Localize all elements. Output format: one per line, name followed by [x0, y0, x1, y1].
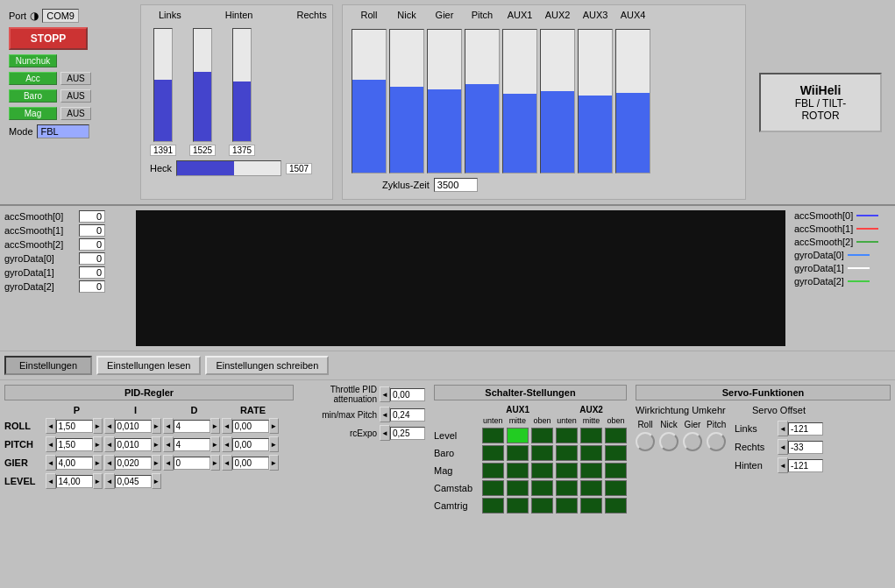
- links-slider-track[interactable]: [153, 28, 173, 142]
- servo-hinten-input[interactable]: [788, 459, 823, 472]
- servo-links-input[interactable]: [788, 422, 823, 436]
- bar-aux3-track[interactable]: [578, 29, 613, 174]
- pid-roll-i-input[interactable]: [115, 420, 152, 433]
- level-cell-3[interactable]: [556, 428, 578, 443]
- pid-roll-p-up[interactable]: ►: [93, 418, 103, 434]
- camstab-cell-0[interactable]: [482, 480, 504, 496]
- pid-gier-d-input[interactable]: [174, 457, 210, 470]
- pid-pitch-i-up[interactable]: ►: [152, 436, 162, 452]
- pid-roll-rate-down[interactable]: ◄: [222, 418, 232, 434]
- pid-gier-d-up[interactable]: ►: [210, 455, 221, 471]
- pid-pitch-i-down[interactable]: ◄: [104, 436, 115, 452]
- baro-cell-1[interactable]: [507, 445, 529, 461]
- pid-gier-i-input[interactable]: [115, 457, 152, 470]
- stop-button[interactable]: STOPP: [9, 27, 88, 50]
- pid-pitch-p-input[interactable]: [56, 438, 93, 451]
- zyklus-input[interactable]: [434, 178, 478, 192]
- pid-gier-i-down[interactable]: ◄: [104, 455, 115, 471]
- pid-gier-p-up[interactable]: ►: [93, 455, 103, 471]
- camtrig-cell-2[interactable]: [531, 498, 553, 514]
- level-cell-5[interactable]: [605, 428, 627, 443]
- pid-level-p-up[interactable]: ►: [93, 473, 103, 489]
- throttle-pid-down[interactable]: ◄: [380, 386, 390, 402]
- einstellungen-schreiben-button[interactable]: Einstellungen schreiben: [205, 356, 329, 375]
- rcexpo-down[interactable]: ◄: [380, 425, 390, 441]
- bar-aux2-track[interactable]: [540, 29, 575, 174]
- einstellungen-lesen-button[interactable]: Einstellungen lesen: [96, 356, 201, 375]
- pid-pitch-rate-up[interactable]: ►: [269, 436, 280, 452]
- camtrig-cell-0[interactable]: [482, 498, 504, 514]
- baro-cell-4[interactable]: [580, 445, 602, 461]
- camtrig-cell-1[interactable]: [507, 498, 529, 514]
- pid-roll-rate-input[interactable]: [232, 420, 269, 433]
- pid-pitch-d-input[interactable]: [174, 438, 210, 451]
- pid-level-p-down[interactable]: ◄: [46, 473, 56, 489]
- pid-roll-rate-up[interactable]: ►: [269, 418, 280, 434]
- camstab-cell-3[interactable]: [556, 480, 578, 496]
- pid-level-i-down[interactable]: ◄: [104, 473, 115, 489]
- camtrig-cell-5[interactable]: [605, 498, 627, 514]
- camstab-cell-5[interactable]: [605, 480, 627, 496]
- pid-pitch-i-input[interactable]: [115, 438, 152, 451]
- mag-cell-2[interactable]: [531, 463, 553, 478]
- acc-button[interactable]: Acc: [9, 72, 57, 85]
- baro-cell-3[interactable]: [556, 445, 578, 461]
- bar-nick-track[interactable]: [389, 29, 424, 174]
- pid-gier-rate-up[interactable]: ►: [269, 455, 280, 471]
- camstab-cell-1[interactable]: [507, 480, 529, 496]
- mag-aus-button[interactable]: AUS: [60, 107, 91, 120]
- pid-roll-d-input[interactable]: [174, 420, 210, 433]
- baro-button[interactable]: Baro: [9, 89, 57, 103]
- pid-pitch-d-up[interactable]: ►: [210, 436, 221, 452]
- camtrig-cell-3[interactable]: [556, 498, 578, 514]
- level-cell-4[interactable]: [580, 428, 602, 443]
- mag-cell-4[interactable]: [580, 463, 602, 478]
- acc-aus-button[interactable]: AUS: [60, 72, 91, 85]
- bar-roll-track[interactable]: [352, 29, 387, 174]
- baro-aus-button[interactable]: AUS: [60, 89, 91, 103]
- pid-gier-p-down[interactable]: ◄: [46, 455, 56, 471]
- pid-gier-rate-input[interactable]: [232, 457, 269, 470]
- einstellungen-button[interactable]: Einstellungen: [4, 356, 92, 375]
- heck-slider-track[interactable]: [176, 160, 281, 176]
- level-cell-2[interactable]: [531, 428, 553, 443]
- baro-cell-0[interactable]: [482, 445, 504, 461]
- mag-button[interactable]: Mag: [9, 107, 57, 120]
- mode-input[interactable]: [37, 124, 89, 138]
- rechts-slider-track[interactable]: [232, 28, 252, 142]
- pid-roll-i-down[interactable]: ◄: [104, 418, 115, 434]
- servo-links-down[interactable]: ◄: [778, 421, 788, 436]
- mag-cell-1[interactable]: [507, 463, 529, 478]
- hinten-slider-track[interactable]: [193, 28, 212, 142]
- pid-roll-p-input[interactable]: [56, 420, 93, 433]
- rcexpo-input[interactable]: [390, 427, 425, 440]
- level-cell-1[interactable]: [507, 428, 529, 443]
- bar-aux1-track[interactable]: [502, 29, 537, 174]
- throttle-pid-input[interactable]: [390, 388, 425, 401]
- pid-pitch-d-down[interactable]: ◄: [163, 436, 174, 452]
- camstab-cell-2[interactable]: [531, 480, 553, 496]
- pid-roll-p-down[interactable]: ◄: [46, 418, 56, 434]
- pid-level-p-input[interactable]: [56, 475, 93, 488]
- pid-gier-rate-down[interactable]: ◄: [222, 455, 232, 471]
- pid-pitch-p-up[interactable]: ►: [93, 436, 103, 452]
- bar-gier-track[interactable]: [427, 29, 462, 174]
- baro-cell-2[interactable]: [531, 445, 553, 461]
- servo-rechts-input[interactable]: [788, 441, 823, 454]
- pid-gier-i-up[interactable]: ►: [152, 455, 162, 471]
- pid-pitch-rate-down[interactable]: ◄: [222, 436, 232, 452]
- pid-roll-d-up[interactable]: ►: [210, 418, 221, 434]
- pid-level-i-input[interactable]: [115, 475, 152, 488]
- pid-pitch-p-down[interactable]: ◄: [46, 436, 56, 452]
- dir-roll-btn[interactable]: [636, 432, 655, 451]
- camstab-cell-4[interactable]: [580, 480, 602, 496]
- dir-gier-btn[interactable]: [683, 432, 702, 451]
- mag-cell-3[interactable]: [556, 463, 578, 478]
- mag-cell-5[interactable]: [605, 463, 627, 478]
- pid-gier-d-down[interactable]: ◄: [163, 455, 174, 471]
- mag-cell-0[interactable]: [482, 463, 504, 478]
- nunchuk-button[interactable]: Nunchuk: [9, 54, 57, 67]
- bar-pitch-track[interactable]: [465, 29, 500, 174]
- minmax-down[interactable]: ◄: [380, 407, 390, 422]
- pid-roll-d-down[interactable]: ◄: [163, 418, 174, 434]
